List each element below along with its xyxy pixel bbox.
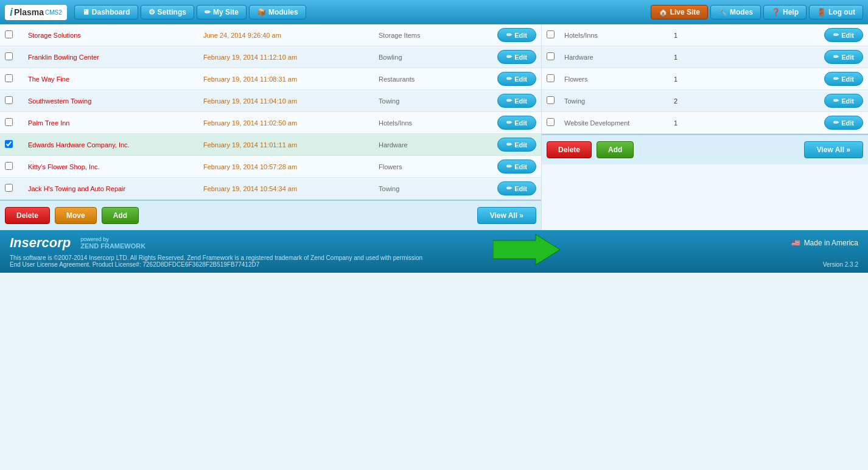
footer-insercorp-logo: Insercorp <box>10 235 71 251</box>
pencil-icon: ✏ <box>833 119 839 127</box>
table-row: Hotels/Inns 1 ✏ Edit <box>542 24 868 46</box>
row-checkbox[interactable] <box>5 96 13 104</box>
right-add-button[interactable]: Add <box>597 141 634 158</box>
listing-date: February 19, 2014 11:08:31 am <box>198 68 374 90</box>
listing-edit-button[interactable]: ✏ Edit <box>497 72 536 86</box>
help-icon: ❓ <box>771 8 780 16</box>
mysite-label: My Site <box>213 8 239 16</box>
category-name: Hotels/Inns <box>559 24 669 46</box>
logo-cms: CMS2 <box>45 9 62 16</box>
category-name: Hardware <box>559 46 669 68</box>
row-checkbox[interactable] <box>5 140 13 148</box>
right-delete-button[interactable]: Delete <box>547 141 592 158</box>
category-name: Flowers <box>559 68 669 90</box>
listing-name: Kitty's Flower Shop, Inc. <box>23 156 198 178</box>
mysite-nav-btn[interactable]: ✏ My Site <box>197 5 247 19</box>
listing-edit-button[interactable]: ✏ Edit <box>497 181 536 195</box>
dashboard-nav-btn[interactable]: 🖥 Dashboard <box>74 5 138 19</box>
category-name: Towing <box>559 90 669 112</box>
table-row: Kitty's Flower Shop, Inc. February 19, 2… <box>0 156 541 178</box>
category-edit-button[interactable]: ✏ Edit <box>824 116 863 130</box>
listing-edit-button[interactable]: ✏ Edit <box>497 28 536 42</box>
table-row: Flowers 1 ✏ Edit <box>542 68 868 90</box>
listing-date: February 19, 2014 10:57:28 am <box>198 156 374 178</box>
table-row: Towing 2 ✏ Edit <box>542 90 868 112</box>
listing-name: The Way Fine <box>23 68 198 90</box>
pencil-icon: ✏ <box>506 119 512 127</box>
modes-icon: 🔧 <box>718 8 727 16</box>
left-view-all-button[interactable]: View All » <box>477 207 536 224</box>
live-site-btn[interactable]: 🏠 Live Site <box>651 5 708 19</box>
listing-name: Palm Tree Inn <box>23 112 198 134</box>
category-count: 1 <box>669 68 705 90</box>
listing-date: February 19, 2014 11:04:10 am <box>198 90 374 112</box>
modes-nav-btn[interactable]: 🔧 Modes <box>710 5 761 19</box>
row-checkbox[interactable] <box>5 30 13 38</box>
listing-edit-button[interactable]: ✏ Edit <box>497 50 536 64</box>
listing-edit-button[interactable]: ✏ Edit <box>497 94 536 108</box>
category-edit-button[interactable]: ✏ Edit <box>824 28 863 42</box>
modules-nav-btn[interactable]: 📦 Modules <box>249 5 306 19</box>
table-row: Palm Tree Inn February 19, 2014 11:02:50… <box>0 112 541 134</box>
row-checkbox[interactable] <box>5 162 13 170</box>
top-navigation: i PlasmaCMS2 🖥 Dashboard ⚙ Settings ✏ My… <box>0 0 868 24</box>
table-row: Edwards Hardware Company, Inc. February … <box>0 134 541 156</box>
logout-nav-btn[interactable]: 🚪 Log out <box>809 5 863 19</box>
listing-date: February 19, 2014 11:12:10 am <box>198 46 374 68</box>
listing-name: Jack H's Towing and Auto Repair <box>23 178 198 200</box>
footer-version: Version 2.3.2 <box>823 261 858 268</box>
category-edit-button[interactable]: ✏ Edit <box>824 50 863 64</box>
category-checkbox[interactable] <box>547 96 555 104</box>
listing-edit-button[interactable]: ✏ Edit <box>497 138 536 152</box>
settings-nav-btn[interactable]: ⚙ Settings <box>141 5 194 19</box>
category-count: 1 <box>669 24 705 46</box>
table-row: Franklin Bowling Center February 19, 201… <box>0 46 541 68</box>
listing-edit-button[interactable]: ✏ Edit <box>497 160 536 174</box>
footer-powered-by: powered by <box>80 236 145 242</box>
live-site-label: Live Site <box>670 8 700 16</box>
left-move-button[interactable]: Move <box>55 207 97 224</box>
pencil-icon: ✏ <box>506 163 512 170</box>
category-edit-button[interactable]: ✏ Edit <box>824 94 863 108</box>
listing-category: Hotels/Inns <box>374 112 469 134</box>
left-panel: Storage Solutions June 24, 2014 9:26:40 … <box>0 24 542 230</box>
pencil-icon: ✏ <box>506 184 512 192</box>
row-checkbox[interactable] <box>5 184 13 192</box>
category-checkbox[interactable] <box>547 52 555 60</box>
right-panel: Hotels/Inns 1 ✏ Edit Hardware 1 ✏ Edit F… <box>542 24 868 230</box>
left-add-button[interactable]: Add <box>102 207 139 224</box>
category-name: Website Development <box>559 112 669 134</box>
listing-edit-button[interactable]: ✏ Edit <box>497 116 536 130</box>
category-count: 2 <box>669 90 705 112</box>
listing-date: June 24, 2014 9:26:40 am <box>198 24 374 46</box>
categories-table: Hotels/Inns 1 ✏ Edit Hardware 1 ✏ Edit F… <box>542 24 868 134</box>
main-container: Storage Solutions June 24, 2014 9:26:40 … <box>0 24 868 230</box>
category-count: 1 <box>669 112 705 134</box>
logout-label: Log out <box>828 8 855 16</box>
listing-name: Southwestern Towing <box>23 90 198 112</box>
settings-label: Settings <box>158 8 186 16</box>
category-checkbox[interactable] <box>547 30 555 38</box>
logout-icon: 🚪 <box>817 8 826 16</box>
left-delete-button[interactable]: Delete <box>5 207 50 224</box>
listings-table: Storage Solutions June 24, 2014 9:26:40 … <box>0 24 541 200</box>
category-checkbox[interactable] <box>547 74 555 82</box>
table-row: Website Development 1 ✏ Edit <box>542 112 868 134</box>
dashboard-label: Dashboard <box>92 8 130 16</box>
right-view-all-button[interactable]: View All » <box>804 141 863 158</box>
row-checkbox[interactable] <box>5 118 13 126</box>
listing-category: Towing <box>374 90 469 112</box>
home-icon: 🏠 <box>659 8 668 16</box>
listing-name: Edwards Hardware Company, Inc. <box>23 134 198 156</box>
footer-license[interactable]: End User License Agreement. Product Lice… <box>10 261 259 268</box>
row-checkbox[interactable] <box>5 52 13 60</box>
listing-date: February 19, 2014 11:02:50 am <box>198 112 374 134</box>
listing-name: Storage Solutions <box>23 24 198 46</box>
category-edit-button[interactable]: ✏ Edit <box>824 72 863 86</box>
footer: Insercorp powered by ZEND FRAMEWORK 🇺🇸 M… <box>0 230 868 273</box>
help-nav-btn[interactable]: ❓ Help <box>763 5 807 19</box>
category-checkbox[interactable] <box>547 118 555 126</box>
row-checkbox[interactable] <box>5 74 13 82</box>
pencil-icon: ✏ <box>506 31 512 39</box>
pencil-icon: ✏ <box>506 75 512 83</box>
